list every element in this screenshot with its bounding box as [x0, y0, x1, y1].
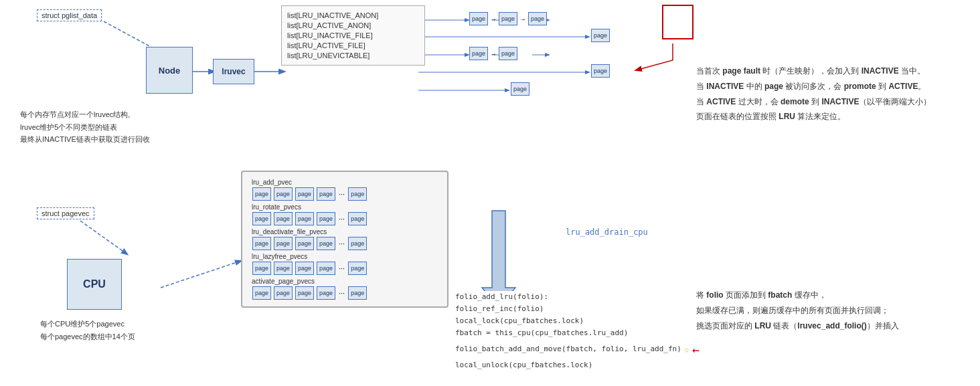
- page-box: page: [499, 47, 517, 60]
- page-active-file: page: [590, 64, 610, 78]
- page-box: page: [469, 47, 488, 60]
- lru-label-1: list[LRU_ACTIVE_ANON]: [287, 21, 391, 29]
- pvec-title-3: lru_lazyfree_pvecs: [252, 253, 438, 260]
- page-box: page: [252, 187, 271, 201]
- lru-row-2: list[LRU_ACTIVE_ANON]: [287, 21, 419, 29]
- page-box: page: [469, 12, 488, 25]
- svg-line-14: [161, 261, 241, 288]
- page-box: page: [295, 286, 314, 300]
- pages-inactive-anon: page → page → page: [469, 12, 548, 25]
- page-box: page: [348, 212, 367, 225]
- page-box: page: [295, 187, 314, 201]
- page-box: page: [274, 262, 293, 275]
- page-box: page: [317, 237, 335, 250]
- lruvec-label: lruvec: [222, 67, 245, 76]
- pvec-deactivate: lru_deactivate_file_pvecs page page page…: [252, 228, 438, 250]
- cpu-label: CPU: [83, 278, 106, 290]
- page-box: page: [274, 286, 293, 300]
- svg-rect-12: [663, 5, 693, 39]
- page-box: page: [252, 286, 271, 300]
- page-box: page: [348, 286, 367, 300]
- pvec-title-2: lru_deactivate_file_pvecs: [252, 228, 438, 235]
- code-line-4-text: folio_batch_add_and_move(fbatch, folio, …: [455, 343, 681, 355]
- top-desc: 每个内存节点对应一个lruvec结构, lruvec维护5个不同类型的链表 最终…: [20, 108, 150, 146]
- main-canvas: struct pglist_data Node lruvec 每个内存节点对应一…: [0, 0, 980, 386]
- bottom-note: 将 folio 页面添加到 fbatch 缓存中， 如果缓存已满，则遍历缓存中的…: [696, 288, 899, 333]
- page-box: page: [528, 12, 547, 25]
- pvec-activate: activate_page_pvecs page page page page …: [252, 278, 438, 300]
- lru-label-2: list[LRU_INACTIVE_FILE]: [287, 31, 391, 39]
- pvec-row-1: page page page page ··· page: [252, 212, 438, 225]
- struct-pglist-label: struct pglist_data: [37, 9, 102, 21]
- lru-label-0: list[LRU_INACTIVE_ANON]: [287, 11, 391, 19]
- code-block: folio_add_lru(folio): folio_ref_inc(foli…: [455, 291, 700, 371]
- pages-inactive-file: page → page: [469, 47, 518, 60]
- page-unevictable: page: [510, 82, 530, 96]
- page-box: page: [591, 29, 610, 42]
- code-line-5: local_unlock(cpu_fbatches.lock): [455, 359, 700, 371]
- pvec-title-1: lru_rotate_pvecs: [252, 203, 438, 211]
- code-line-3: fbatch = this_cpu(cpu_fbatches.lru_add): [455, 327, 700, 339]
- pvec-lru-add: lru_add_pvec page page page page ··· pag…: [252, 179, 438, 201]
- lru-row-5: list[LRU_UNEVICTABLE]: [287, 52, 419, 60]
- pvec-row-4: page page page page ··· page: [252, 286, 438, 300]
- page-box: page: [295, 212, 314, 225]
- page-box: page: [274, 237, 293, 250]
- page-box: page: [511, 82, 529, 96]
- lru-row-4: list[LRU_ACTIVE_FILE]: [287, 41, 419, 50]
- page-box: page: [274, 187, 293, 201]
- pvec-lazyfree: lru_lazyfree_pvecs page page page page ·…: [252, 253, 438, 275]
- lru-label-3: list[LRU_ACTIVE_FILE]: [287, 41, 391, 50]
- pvec-rotate: lru_rotate_pvecs page page page page ···…: [252, 203, 438, 225]
- code-line-0: folio_add_lru(folio):: [455, 291, 700, 303]
- page-box: page: [252, 237, 271, 250]
- page-box: page: [591, 64, 610, 78]
- page-box: page: [348, 187, 367, 201]
- node-label: Node: [159, 66, 181, 76]
- page-active-anon: page: [590, 29, 610, 42]
- drain-cpu-label: lru_add_drain_cpu: [566, 227, 648, 237]
- star-icon: ☆: [684, 342, 689, 357]
- code-line-1: folio_ref_inc(folio): [455, 303, 700, 315]
- cpu-desc: 每个CPU维护5个pagevec 每个pagevec的数组中14个页: [40, 318, 135, 343]
- page-box: page: [317, 286, 335, 300]
- page-box: page: [252, 212, 271, 225]
- pvec-title-4: activate_page_pvecs: [252, 278, 438, 285]
- code-line-2: local_lock(cpu_fbatches.lock): [455, 315, 700, 327]
- svg-line-13: [80, 221, 127, 254]
- page-box: page: [317, 262, 335, 275]
- red-arrow-inline: ←: [692, 340, 700, 360]
- page-box: page: [499, 12, 517, 25]
- page-box: page: [252, 262, 271, 275]
- struct-pagevec-label: struct pagevec: [37, 207, 94, 219]
- top-note: 当首次 page fault 时（产生映射），会加入到 INACTIVE 当中。…: [696, 64, 931, 124]
- pvec-title-0: lru_add_pvec: [252, 179, 438, 186]
- lru-row-3: list[LRU_INACTIVE_FILE]: [287, 31, 419, 39]
- page-box: page: [348, 237, 367, 250]
- pvec-row-2: page page page page ··· page: [252, 237, 438, 250]
- pvec-container: lru_add_pvec page page page page ··· pag…: [241, 171, 448, 308]
- page-box: page: [317, 212, 335, 225]
- cpu-box: CPU: [67, 259, 122, 310]
- page-box: page: [274, 212, 293, 225]
- lru-container: list[LRU_INACTIVE_ANON] list[LRU_ACTIVE_…: [281, 5, 425, 66]
- pvec-row-0: page page page page ··· page: [252, 187, 438, 201]
- page-box: page: [295, 237, 314, 250]
- lru-row-1: list[LRU_INACTIVE_ANON]: [287, 11, 419, 19]
- code-line-4: folio_batch_add_and_move(fbatch, folio, …: [455, 340, 700, 360]
- lru-label-4: list[LRU_UNEVICTABLE]: [287, 52, 391, 60]
- lruvec-box: lruvec: [213, 59, 254, 84]
- pvec-row-3: page page page page ··· page: [252, 262, 438, 275]
- node-box: Node: [146, 47, 193, 94]
- page-box: page: [317, 187, 335, 201]
- page-box: page: [295, 262, 314, 275]
- page-box: page: [348, 262, 367, 275]
